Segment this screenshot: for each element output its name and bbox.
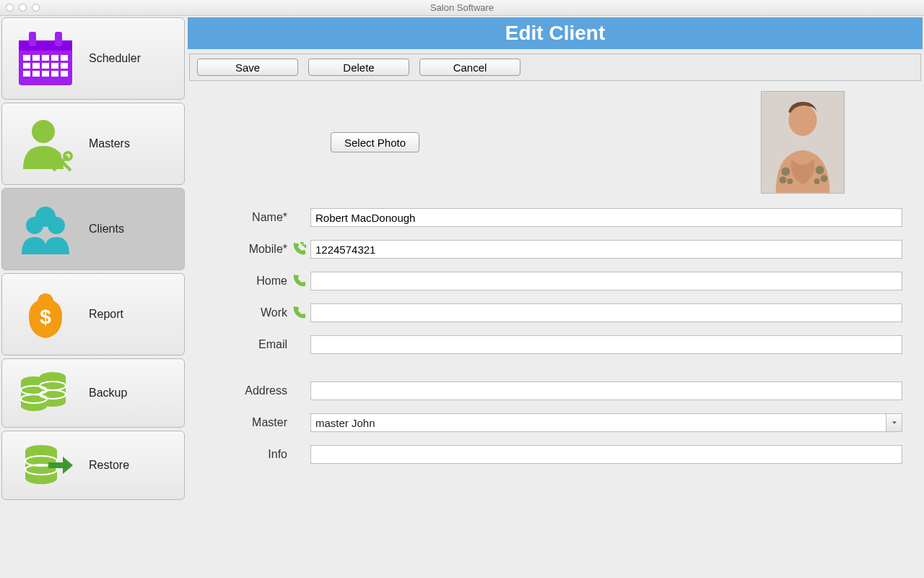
svg-rect-13 (61, 63, 68, 69)
sidebar-item-scheduler[interactable]: Scheduler (1, 17, 185, 100)
svg-rect-14 (23, 71, 30, 77)
svg-point-19 (32, 120, 55, 143)
master-label: Master (193, 416, 287, 429)
name-label: Name* (193, 211, 287, 224)
cancel-button[interactable]: Cancel (419, 59, 520, 76)
svg-point-26 (35, 207, 56, 227)
work-label: Work (193, 306, 287, 319)
svg-text:$: $ (40, 306, 51, 328)
svg-point-45 (782, 167, 790, 176)
phone-icon (287, 305, 310, 321)
svg-point-46 (780, 176, 787, 184)
client-photo (761, 91, 845, 194)
titlebar: Salon Software (0, 0, 924, 16)
select-photo-button[interactable]: Select Photo (331, 132, 419, 152)
calendar-icon (2, 27, 89, 90)
sidebar-item-label: Masters (89, 137, 184, 150)
svg-rect-10 (32, 63, 40, 69)
mobile-input[interactable] (310, 240, 902, 259)
sidebar: Scheduler Masters (0, 16, 186, 578)
sidebar-item-backup[interactable]: Backup (1, 358, 185, 428)
svg-point-48 (816, 165, 824, 174)
sidebar-item-label: Backup (89, 387, 184, 400)
svg-rect-8 (61, 55, 68, 61)
save-button[interactable]: Save (197, 59, 298, 76)
svg-rect-9 (23, 63, 30, 69)
email-label: Email (193, 338, 287, 351)
sidebar-item-report[interactable]: $ Report (1, 273, 185, 355)
master-select-value: master John (311, 417, 380, 429)
sidebar-item-label: Report (89, 308, 184, 321)
work-input[interactable] (310, 303, 902, 322)
svg-point-47 (787, 178, 793, 184)
svg-rect-3 (55, 32, 62, 46)
svg-rect-16 (42, 71, 49, 77)
masters-icon (2, 113, 89, 175)
svg-rect-1 (19, 40, 72, 51)
clients-icon (2, 198, 89, 260)
page-title: Edit Client (188, 17, 923, 49)
master-select[interactable]: master John (310, 413, 902, 432)
svg-rect-7 (51, 55, 58, 61)
svg-rect-18 (61, 71, 68, 77)
email-input[interactable] (310, 335, 902, 354)
svg-rect-11 (42, 63, 49, 69)
home-input[interactable] (310, 272, 902, 290)
sidebar-item-label: Restore (89, 459, 184, 472)
svg-rect-2 (29, 32, 36, 46)
home-label: Home (193, 275, 287, 288)
restore-icon (2, 439, 89, 491)
backup-icon (2, 367, 89, 419)
sidebar-item-label: Clients (89, 223, 184, 236)
name-input[interactable] (310, 208, 902, 227)
sidebar-item-clients[interactable]: Clients (1, 188, 185, 270)
svg-point-50 (814, 178, 820, 184)
content-area: Edit Client Save Delete Cancel Select Ph… (186, 16, 924, 578)
svg-rect-6 (42, 55, 49, 61)
info-input[interactable] (310, 445, 902, 464)
mobile-label: Mobile* (193, 243, 287, 256)
photo-placeholder-icon (762, 91, 844, 194)
svg-rect-4 (23, 55, 30, 61)
report-icon: $ (2, 283, 89, 345)
address-input[interactable] (310, 381, 902, 400)
sidebar-item-masters[interactable]: Masters (1, 103, 185, 185)
delete-button[interactable]: Delete (308, 59, 409, 76)
client-form: Name* Mobile* Home (193, 208, 902, 464)
info-label: Info (193, 448, 287, 461)
svg-rect-5 (32, 55, 40, 61)
svg-rect-17 (51, 71, 58, 77)
window-title: Salon Software (0, 2, 924, 13)
svg-point-49 (821, 175, 828, 182)
phone-icon (287, 241, 310, 257)
sidebar-item-label: Scheduler (89, 52, 184, 65)
svg-rect-12 (51, 63, 58, 69)
address-label: Address (193, 384, 287, 397)
chevron-down-icon (886, 414, 902, 431)
phone-icon (287, 273, 310, 289)
sidebar-item-restore[interactable]: Restore (1, 431, 185, 500)
toolbar: Save Delete Cancel (189, 53, 921, 81)
svg-rect-15 (32, 71, 40, 77)
